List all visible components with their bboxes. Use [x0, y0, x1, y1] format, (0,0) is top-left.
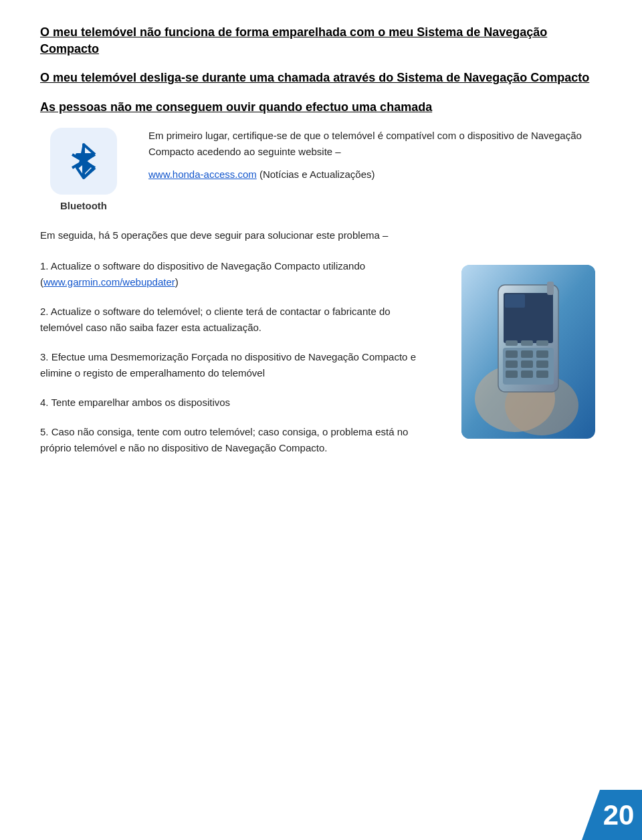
- step-3-text: Efectue uma Desmemorização Forçada no di…: [40, 351, 416, 379]
- step-5-text: Caso não consiga, tente com outro telemó…: [40, 426, 408, 453]
- step-2-number: 2.: [40, 306, 49, 317]
- svg-rect-25: [547, 282, 554, 295]
- svg-rect-17: [521, 360, 533, 368]
- title-2: O meu telemóvel desliga-se durante uma c…: [40, 70, 602, 86]
- svg-rect-14: [521, 350, 533, 358]
- step-5-number: 5.: [40, 426, 49, 437]
- step-1-text: Actualize o software do dispositivo de N…: [40, 260, 365, 288]
- step-3: 3. Efectue uma Desmemorização Forçada no…: [40, 349, 435, 381]
- svg-rect-18: [536, 360, 548, 368]
- svg-rect-15: [536, 350, 548, 358]
- steps-column: 1. Actualize o software do dispositivo d…: [40, 258, 435, 469]
- bluetooth-logo: Bluetooth: [40, 128, 127, 211]
- title-3: As pessoas não me conseguem ouvir quando…: [40, 99, 602, 116]
- svg-rect-16: [506, 360, 518, 368]
- middle-paragraph: Em seguida, há 5 operações que deve segu…: [40, 227, 602, 243]
- svg-rect-24: [536, 340, 548, 346]
- step-1-link[interactable]: www.garmin.com/webupdater: [43, 276, 175, 288]
- title-1: O meu telemóvel não funciona de forma em…: [40, 24, 602, 58]
- step-1-number: 1.: [40, 260, 49, 272]
- phone-svg: [461, 265, 595, 439]
- svg-rect-19: [506, 371, 518, 378]
- page-number: 20: [603, 799, 635, 831]
- bluetooth-label: Bluetooth: [60, 200, 107, 211]
- bluetooth-intro: Em primeiro lugar, certifique-se de que …: [148, 128, 602, 160]
- steps-and-image: 1. Actualize o software do dispositivo d…: [40, 258, 602, 469]
- step-4: 4. Tente emparelhar ambos os dispositivo…: [40, 395, 435, 411]
- step-2: 2. Actualize o software do telemóvel; o …: [40, 304, 435, 336]
- svg-rect-22: [506, 340, 518, 346]
- svg-rect-20: [521, 371, 533, 378]
- page-number-badge: 20: [582, 790, 642, 840]
- bluetooth-icon: [64, 141, 104, 181]
- bluetooth-circle: [50, 128, 117, 195]
- bluetooth-website: www.honda-access.com (Notícias e Actuali…: [148, 167, 602, 183]
- svg-rect-11: [505, 294, 525, 308]
- bluetooth-text-content: Em primeiro lugar, certifique-se de que …: [148, 128, 602, 189]
- phone-image: [461, 265, 595, 439]
- bluetooth-section: Bluetooth Em primeiro lugar, certifique-…: [40, 128, 602, 211]
- step-2-text: Actualize o software do telemóvel; o cli…: [40, 306, 391, 333]
- step-4-text: Tente emparelhar ambos os dispositivos: [51, 397, 230, 408]
- step-4-number: 4.: [40, 397, 49, 408]
- svg-rect-23: [521, 340, 533, 346]
- svg-line-2: [84, 144, 95, 154]
- step-5: 5. Caso não consiga, tente com outro tel…: [40, 424, 435, 456]
- phone-image-column: [455, 265, 602, 439]
- bluetooth-website-link[interactable]: www.honda-access.com: [148, 169, 257, 180]
- svg-rect-21: [536, 371, 548, 378]
- svg-rect-13: [506, 350, 518, 358]
- step-3-number: 3.: [40, 351, 49, 362]
- bluetooth-website-suffix: (Notícias e Actualizações): [257, 169, 375, 180]
- step-1: 1. Actualize o software do dispositivo d…: [40, 258, 435, 290]
